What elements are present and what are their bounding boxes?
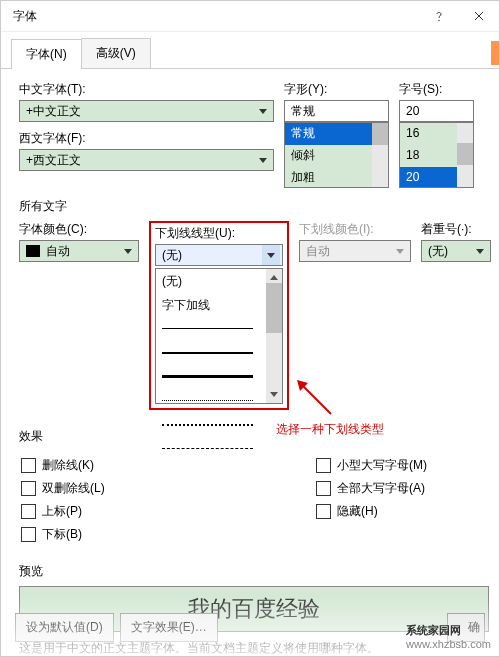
- scroll-down-icon[interactable]: [270, 387, 278, 401]
- chevron-down-icon: [255, 107, 271, 115]
- underline-color-select: 自动: [299, 240, 411, 262]
- titlebar: 字体: [1, 1, 499, 32]
- tab-advanced[interactable]: 高级(V): [81, 38, 151, 68]
- svg-marker-6: [267, 253, 275, 258]
- text-effects-button[interactable]: 文字效果(E)…: [120, 613, 218, 642]
- scroll-thumb[interactable]: [266, 283, 282, 333]
- style-listbox[interactable]: 常规 倾斜 加粗: [284, 122, 389, 188]
- set-default-button[interactable]: 设为默认值(D): [15, 613, 114, 642]
- western-font-select[interactable]: +西文正文: [19, 149, 274, 171]
- label-size: 字号(S):: [399, 81, 474, 98]
- close-button[interactable]: [459, 1, 499, 31]
- western-font-value: +西文正文: [26, 152, 81, 169]
- underline-option-line[interactable]: [156, 437, 282, 461]
- svg-marker-8: [270, 392, 278, 397]
- svg-line-11: [301, 384, 331, 414]
- label-all-text: 所有文字: [19, 198, 489, 215]
- label-preview: 预览: [19, 563, 489, 580]
- underline-option-line[interactable]: [156, 365, 282, 389]
- tab-font[interactable]: 字体(N): [11, 39, 82, 69]
- check-dblstrike[interactable]: 双删除线(L): [21, 480, 152, 497]
- effects-row: 删除线(K) 双删除线(L) 上标(P) 下标(B) 小型大写字母(M) 全部大…: [19, 451, 489, 549]
- size-input[interactable]: 20: [399, 100, 474, 122]
- underline-style-value: (无): [162, 247, 182, 264]
- size-listbox[interactable]: 16 18 20: [399, 122, 474, 188]
- svg-point-0: [438, 20, 439, 21]
- label-font-color: 字体颜色(C):: [19, 221, 139, 238]
- check-allcaps[interactable]: 全部大写字母(A): [316, 480, 487, 497]
- chevron-down-icon: [262, 245, 280, 265]
- font-color-select[interactable]: 自动: [19, 240, 139, 262]
- tab-strip: 字体(N) 高级(V): [1, 32, 499, 69]
- emphasis-select[interactable]: (无): [421, 240, 491, 262]
- style-value: 常规: [291, 103, 315, 120]
- underline-option-wordsonly[interactable]: 字下加线: [156, 293, 282, 317]
- partial-orange-strip: [491, 41, 499, 65]
- underline-style-dropdown[interactable]: (无) 字下加线: [155, 268, 283, 404]
- label-style: 字形(Y):: [284, 81, 389, 98]
- scrollbar[interactable]: [266, 269, 282, 403]
- chinese-font-value: +中文正文: [26, 103, 81, 120]
- chevron-down-icon: [392, 247, 408, 255]
- watermark: 系统家园网 www.xhzbsb.com: [406, 623, 491, 650]
- label-chinese-font: 中文字体(T):: [19, 81, 274, 98]
- size-value: 20: [406, 104, 419, 118]
- underline-option-line[interactable]: [156, 317, 282, 341]
- emphasis-value: (无): [428, 243, 448, 260]
- label-underline-style: 下划线线型(U):: [155, 225, 283, 242]
- check-strike[interactable]: 删除线(K): [21, 457, 152, 474]
- underline-style-highlighted: 下划线线型(U): (无) (无) 字下加线: [149, 221, 289, 410]
- svg-marker-7: [270, 275, 278, 280]
- scroll-thumb[interactable]: [372, 123, 388, 145]
- label-western-font: 西文字体(F):: [19, 130, 274, 147]
- underline-style-select[interactable]: (无): [155, 244, 283, 266]
- svg-marker-5: [124, 249, 132, 254]
- annotation-text: 选择一种下划线类型: [276, 421, 384, 438]
- watermark-cn: 系统家园网: [406, 624, 461, 636]
- underline-option-line[interactable]: [156, 413, 282, 437]
- chevron-down-icon: [120, 247, 136, 255]
- help-button[interactable]: [419, 1, 459, 31]
- font-color-value: 自动: [46, 243, 70, 260]
- watermark-url: www.xhzbsb.com: [406, 638, 491, 650]
- check-subscript[interactable]: 下标(B): [21, 526, 152, 543]
- style-input[interactable]: 常规: [284, 100, 389, 122]
- annotation-arrow: [296, 379, 336, 419]
- svg-marker-3: [259, 109, 267, 114]
- system-buttons: [419, 1, 499, 31]
- underline-option-line[interactable]: [156, 341, 282, 365]
- chinese-font-select[interactable]: +中文正文: [19, 100, 274, 122]
- underline-option-none[interactable]: (无): [156, 269, 282, 293]
- scroll-up-icon[interactable]: [270, 271, 278, 285]
- check-superscript[interactable]: 上标(P): [21, 503, 152, 520]
- underline-option-line[interactable]: [156, 389, 282, 413]
- label-underline-color: 下划线颜色(I):: [299, 221, 411, 238]
- window-title: 字体: [13, 8, 37, 25]
- label-emphasis: 着重号(·):: [421, 221, 491, 238]
- check-hidden[interactable]: 隐藏(H): [316, 503, 487, 520]
- dialog-body: 中文字体(T): +中文正文 西文字体(F): +西文正文 字形(Y): 常规 …: [1, 69, 499, 657]
- scroll-thumb[interactable]: [457, 143, 473, 165]
- chevron-down-icon: [472, 247, 488, 255]
- svg-marker-9: [396, 249, 404, 254]
- svg-marker-4: [259, 158, 267, 163]
- check-smallcaps[interactable]: 小型大写字母(M): [316, 457, 487, 474]
- font-dialog: 字体 字体(N) 高级(V) 中文字体(T): +中文正文 西文字体(F): +…: [0, 0, 500, 657]
- svg-marker-10: [476, 249, 484, 254]
- underline-color-value: 自动: [306, 243, 330, 260]
- color-swatch: [26, 245, 40, 257]
- chevron-down-icon: [255, 156, 271, 164]
